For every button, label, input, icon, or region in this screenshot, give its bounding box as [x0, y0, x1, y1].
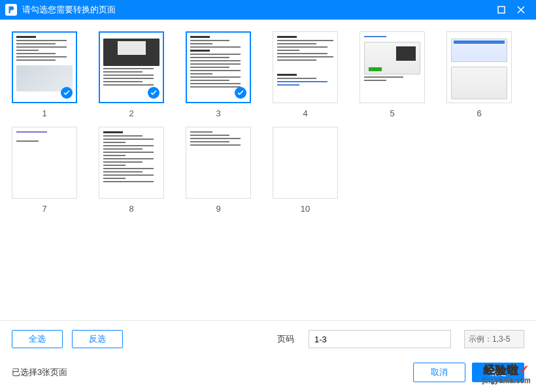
svg-rect-0: [498, 7, 505, 13]
page-thumbnail[interactable]: [12, 127, 77, 199]
page-item: 5: [360, 31, 425, 118]
page-item: 3: [186, 31, 251, 118]
cancel-button[interactable]: 取消: [413, 363, 465, 382]
page-number: 6: [477, 108, 481, 118]
page-range-input[interactable]: [309, 330, 451, 348]
page-thumbnail[interactable]: [186, 127, 251, 199]
titlebar: 请勾选您需要转换的页面: [0, 0, 536, 20]
selected-check-icon: [148, 87, 159, 99]
page-grid-container: 12345678910: [0, 20, 536, 320]
page-item: 8: [99, 127, 164, 214]
app-logo: [5, 4, 17, 16]
page-number: 4: [303, 108, 307, 118]
selected-check-icon: [235, 87, 246, 99]
page-thumbnail[interactable]: [273, 31, 338, 103]
page-range-label: 页码: [277, 333, 294, 345]
confirm-button[interactable]: 确定: [472, 363, 524, 382]
page-number: 10: [301, 204, 310, 214]
page-number: 7: [42, 204, 46, 214]
page-thumbnail[interactable]: [186, 31, 251, 103]
page-thumbnail[interactable]: [273, 127, 338, 199]
invert-selection-button[interactable]: 反选: [72, 330, 123, 348]
page-thumbnail[interactable]: [360, 31, 425, 103]
page-item: 4: [273, 31, 338, 118]
page-thumbnail[interactable]: [446, 31, 512, 103]
page-number: 1: [42, 108, 46, 118]
page-range-example: 示例：1,3-5: [464, 330, 524, 348]
page-number: 3: [216, 108, 220, 118]
footer: 全选 反选 页码 示例：1,3-5 已选择3张页面 取消 确定 经验啦✓ jin…: [0, 320, 536, 392]
page-item: 9: [186, 127, 251, 214]
selected-check-icon: [61, 87, 73, 99]
close-button[interactable]: [511, 0, 531, 20]
page-number: 8: [129, 204, 133, 214]
page-number: 9: [216, 204, 220, 214]
page-thumbnail[interactable]: [99, 31, 164, 103]
page-item: 7: [12, 127, 77, 214]
page-item: 2: [99, 31, 164, 118]
select-all-button[interactable]: 全选: [12, 330, 63, 348]
maximize-button[interactable]: [492, 0, 511, 20]
page-item: 6: [446, 31, 512, 118]
window-title: 请勾选您需要转换的页面: [22, 4, 492, 16]
page-number: 5: [390, 108, 394, 118]
page-item: 1: [12, 31, 77, 118]
selection-status: 已选择3张页面: [12, 367, 67, 378]
page-thumbnail[interactable]: [12, 31, 77, 103]
page-number: 2: [129, 108, 133, 118]
page-item: 10: [273, 127, 338, 214]
page-thumbnail[interactable]: [99, 127, 164, 199]
